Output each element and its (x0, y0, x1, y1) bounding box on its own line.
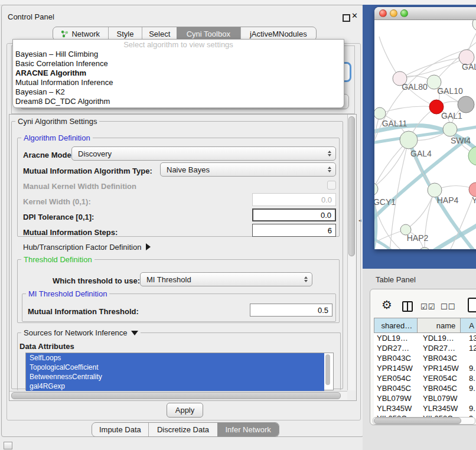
document-icon[interactable] (468, 298, 476, 312)
cyni-bottom-tabbar: Impute Data Discretize Data Infer Networ… (92, 422, 279, 437)
table-cell[interactable]: YBR043C (420, 353, 466, 363)
mi-threshold-label: Mutual Information Threshold: (28, 307, 139, 316)
network-edge[interactable] (380, 106, 436, 113)
algorithm-option[interactable]: Basic Correlation Inference (13, 59, 344, 69)
horizontal-scrollbar-thumb[interactable] (11, 392, 341, 399)
tab-discretize-data[interactable]: Discretize Data (148, 423, 218, 436)
table-cell[interactable]: 8. (466, 373, 476, 383)
network-node[interactable] (419, 247, 431, 249)
data-attribute-item[interactable]: gal4RGexp (26, 381, 324, 391)
table-cell[interactable]: 9. (466, 363, 476, 373)
tab-select[interactable]: Select (142, 27, 177, 40)
table-cell[interactable]: 13 (466, 333, 476, 343)
network-canvas[interactable]: GALGAL80GAL10GAL1GAL11SWI4GAL4GCY1HAP4YH… (374, 20, 476, 249)
hub-definition-toggle[interactable]: Hub/Transcription Factor Definition (23, 243, 151, 252)
table-cell[interactable]: YBR045C (374, 383, 420, 393)
gear-icon[interactable]: ⚙ (382, 298, 392, 312)
table-row[interactable]: YBL079WYBL079W (374, 393, 476, 403)
tab-infer-network[interactable]: Infer Network (217, 423, 279, 436)
network-window-titlebar[interactable] (374, 7, 476, 20)
aracne-mode-combo[interactable]: Discovery (71, 146, 336, 161)
algorithm-option[interactable]: ARACNE Algorithm (13, 69, 344, 78)
table-cell[interactable] (466, 393, 476, 403)
splitter-arrow-icon[interactable]: ◂ (358, 217, 361, 223)
table-cell[interactable]: YDL19… (374, 333, 420, 343)
table-cell[interactable] (466, 353, 476, 363)
close-icon[interactable]: ✕ (351, 11, 358, 20)
network-node[interactable] (374, 107, 386, 119)
data-attribute-item[interactable]: BetweennessCentrality (26, 372, 324, 381)
algorithm-option[interactable]: Bayesian – K2 (13, 87, 344, 97)
table-cell[interactable]: YPR145W (420, 363, 466, 373)
which-threshold-combo[interactable]: MI Threshold (140, 272, 312, 286)
algorithm-option[interactable]: Bayesian – Hill Climbing (13, 50, 344, 59)
network-node[interactable] (458, 96, 474, 113)
float-window-icon[interactable] (343, 14, 350, 22)
table-row[interactable]: YBR045CYBR045C9. (374, 383, 476, 393)
apply-button[interactable]: Apply (167, 403, 203, 418)
table-cell[interactable]: YBR043C (374, 353, 420, 363)
column-header-clipped[interactable]: A (461, 318, 476, 332)
columns-icon[interactable] (402, 301, 413, 312)
spinner-arrows-icon (328, 151, 331, 156)
table-row[interactable]: YDR27…YDR27…12 (374, 343, 476, 353)
network-node[interactable] (468, 146, 476, 165)
table-hscrollbar-thumb[interactable] (374, 418, 461, 424)
table-cell[interactable]: 9. (466, 383, 476, 393)
kernel-width-field[interactable]: 0.0 (252, 193, 336, 206)
mac-zoom-icon[interactable] (400, 9, 408, 17)
dpi-tolerance-field[interactable]: 0.0 (252, 208, 336, 221)
table-cell[interactable]: YDR27… (374, 343, 420, 353)
data-attributes-list[interactable]: SelfLoopsTopologicalCoefficientBetweenne… (25, 353, 334, 390)
network-node[interactable] (469, 182, 476, 197)
tab-jactivemnodules[interactable]: jActiveMNodules (240, 27, 316, 40)
data-attribute-item[interactable]: TopologicalCoefficient (26, 363, 324, 372)
mi-steps-field[interactable]: 6 (252, 224, 336, 237)
table-cell[interactable]: YDL19… (420, 333, 466, 343)
mac-minimize-icon[interactable] (390, 9, 397, 17)
table-cell[interactable]: YLR345W (420, 403, 466, 413)
table-row[interactable]: YER054CYER054C8. (374, 373, 476, 383)
table-cell[interactable]: YDR27… (420, 343, 466, 353)
manual-kernel-checkbox[interactable] (327, 181, 336, 190)
deselect-all-checkboxes-icon[interactable]: ☐☐ (441, 302, 455, 311)
network-node-label: GAL4 (410, 149, 432, 158)
network-graph[interactable]: GALGAL80GAL10GAL1GAL11SWI4GAL4GCY1HAP4YH… (374, 20, 476, 249)
table-row[interactable]: YBR043CYBR043C (374, 353, 476, 363)
collapse-down-icon (131, 331, 138, 335)
data-attribute-item[interactable]: SelfLoops (26, 353, 324, 363)
table-cell[interactable]: 9. (466, 403, 476, 413)
column-header-name[interactable]: name (418, 318, 461, 332)
tab-impute-data[interactable]: Impute Data (92, 423, 148, 436)
select-all-checkboxes-icon[interactable]: ☑☑ (420, 302, 435, 311)
table-cell[interactable]: YER054C (420, 373, 466, 383)
network-node[interactable] (400, 131, 418, 149)
tab-network[interactable]: Network (53, 27, 108, 40)
attributes-list-scrollbar-thumb[interactable] (325, 354, 330, 385)
table-row[interactable]: YLR345WYLR345W9. (374, 403, 476, 413)
table-row[interactable]: YPR145WYPR145W9. (374, 363, 476, 373)
tab-cyni-toolbox[interactable]: Cyni Toolbox (177, 27, 240, 40)
table-row[interactable]: YDL19…YDL19…13 (374, 333, 476, 343)
table-body[interactable]: YDL19…YDL19…13YDR27…YDR27…12YBR043CYBR04… (374, 333, 476, 418)
mi-threshold-field[interactable]: 0.5 (250, 304, 332, 317)
algorithm-option[interactable]: Dream8 DC_TDC Algorithm (13, 97, 344, 106)
sources-group-title[interactable]: Sources for Network Inference (21, 328, 141, 337)
table-cell[interactable]: YLR345W (374, 403, 420, 413)
mac-close-icon[interactable] (379, 9, 387, 17)
tab-cyni-toolbox-label: Cyni Toolbox (187, 30, 230, 38)
column-header-shared-name[interactable]: shared… (374, 318, 418, 332)
network-node[interactable] (443, 122, 457, 136)
network-node[interactable] (472, 20, 476, 31)
status-bar-mini-icon[interactable] (4, 442, 12, 449)
mi-algorithm-type-combo[interactable]: Naive Bayes (160, 162, 336, 177)
algorithm-option[interactable]: Mutual Information Inference (13, 78, 344, 87)
tab-style[interactable]: Style (108, 27, 142, 40)
table-cell[interactable]: YER054C (374, 373, 420, 383)
table-cell[interactable]: YBL079W (374, 393, 420, 403)
vertical-scrollbar-thumb[interactable] (348, 116, 355, 256)
table-cell[interactable]: YBR045C (420, 383, 466, 393)
table-cell[interactable]: YBL079W (420, 393, 466, 403)
table-cell[interactable]: 12 (466, 343, 476, 353)
table-cell[interactable]: YPR145W (374, 363, 420, 373)
